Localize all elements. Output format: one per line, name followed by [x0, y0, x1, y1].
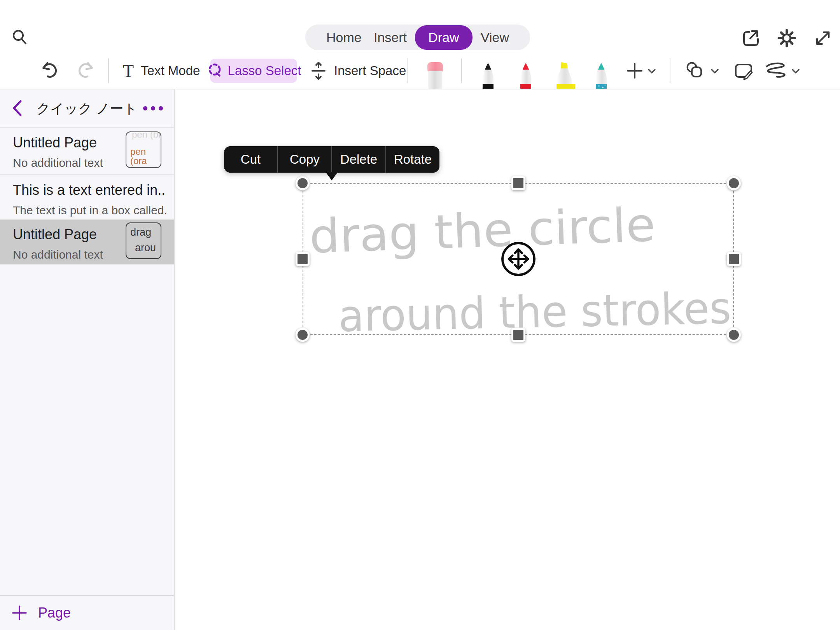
note-pencil-icon: [733, 60, 754, 82]
ink-effects-button[interactable]: [764, 61, 787, 80]
gear-icon: [776, 27, 798, 49]
search-icon: [9, 27, 30, 47]
add-pen-button[interactable]: [625, 61, 645, 81]
chevron-down-icon: [791, 68, 800, 74]
lasso-select-label: Lasso Select: [228, 63, 301, 78]
tab-home[interactable]: Home: [322, 25, 366, 50]
page-subtitle: The text is put in a box called...: [13, 204, 166, 217]
selection-handle-left[interactable]: [296, 252, 310, 266]
context-menu-copy[interactable]: Copy: [278, 146, 331, 173]
page-title: Untitled Page: [13, 135, 122, 151]
expand-icon: [812, 27, 834, 49]
redo-icon: [75, 60, 96, 81]
row-separator: [0, 174, 174, 175]
tab-view[interactable]: View: [477, 25, 513, 50]
context-menu-rotate[interactable]: Rotate: [386, 146, 439, 173]
text-mode-label: Text Mode: [141, 63, 200, 78]
ink-effects-menu-button[interactable]: [790, 67, 801, 75]
add-page-button[interactable]: Page: [0, 595, 174, 630]
context-menu-delete[interactable]: Delete: [332, 146, 385, 173]
yellow-highlighter-tool[interactable]: [552, 61, 576, 89]
chevron-down-icon: [647, 68, 656, 74]
red-pen-icon: [514, 62, 537, 89]
context-menu-cut[interactable]: Cut: [224, 146, 277, 173]
fullscreen-button[interactable]: [812, 27, 834, 49]
toolbar-divider: [108, 58, 109, 83]
tab-insert[interactable]: Insert: [370, 25, 411, 50]
tab-draw[interactable]: Draw: [415, 25, 472, 50]
redo-button[interactable]: [75, 60, 96, 82]
thumbnail-ink-line: pen (bl: [132, 131, 160, 139]
ellipsis-icon: [143, 106, 163, 110]
page-list-item-selected[interactable]: Untitled Page No additional text drag ar…: [0, 220, 174, 264]
red-pen-tool[interactable]: [514, 62, 537, 89]
thumbnail-ink-line: drag: [130, 227, 151, 238]
shapes-icon: [684, 60, 706, 82]
share-button[interactable]: [740, 27, 762, 49]
lasso-icon: [206, 62, 224, 80]
selection-handle-top-left[interactable]: [296, 176, 310, 190]
context-menu-caret: [326, 172, 338, 180]
page-title: Untitled Page: [13, 226, 122, 243]
sidebar-header: クイック ノート: [0, 89, 174, 128]
add-page-label: Page: [38, 605, 71, 621]
onenote-app: Home Insert Draw View: [0, 0, 840, 630]
toolbar-divider: [670, 58, 670, 83]
yellow-highlighter-icon: [552, 61, 576, 89]
eraser-tool[interactable]: [425, 61, 446, 89]
page-subtitle: No additional text: [13, 248, 126, 261]
insert-space-label: Insert Space: [334, 63, 406, 78]
share-icon: [740, 27, 762, 49]
shapes-menu-button[interactable]: [709, 67, 720, 75]
page-title: This is a text entered in...: [13, 182, 166, 198]
add-icon: [625, 61, 644, 80]
settings-button[interactable]: [776, 27, 798, 49]
toolbar-divider: [461, 58, 462, 83]
page-thumbnail: drag arou: [126, 222, 161, 259]
thumbnail-ink-line: pen (ora: [130, 147, 161, 166]
chevron-down-icon: [710, 68, 719, 74]
note-canvas[interactable]: drag the circle around the strokes Cut C…: [175, 89, 840, 630]
ink-to-text-button[interactable]: [733, 60, 754, 82]
insert-space-button[interactable]: Insert Space: [309, 58, 406, 83]
undo-icon: [39, 60, 60, 81]
teal-pen-tool[interactable]: [590, 62, 613, 89]
eraser-icon: [425, 61, 446, 89]
selection-handle-bottom-right[interactable]: [727, 328, 741, 342]
selection-handle-top[interactable]: [511, 176, 525, 190]
section-more-button[interactable]: [142, 103, 164, 114]
undo-button[interactable]: [39, 60, 61, 82]
page-list-item[interactable]: Untitled Page No additional text pen (bl…: [0, 128, 174, 173]
selection-handle-bottom[interactable]: [511, 328, 525, 342]
move-selection-button[interactable]: [501, 242, 536, 276]
page-list-sidebar: クイック ノート Untitled Page No additional tex…: [0, 89, 175, 630]
lasso-select-button[interactable]: Lasso Select: [210, 59, 297, 83]
search-button[interactable]: [9, 27, 30, 47]
selection-handle-top-right[interactable]: [727, 176, 741, 190]
move-icon: [506, 247, 531, 271]
selection-handle-bottom-left[interactable]: [296, 328, 310, 342]
black-pen-icon: [476, 62, 500, 89]
selection-context-menu: Cut Copy Delete Rotate: [224, 146, 439, 173]
shapes-button[interactable]: [684, 60, 706, 82]
teal-pen-icon: [590, 62, 613, 89]
insert-space-icon: [309, 60, 328, 81]
text-mode-button[interactable]: T Text Mode: [123, 58, 200, 83]
text-mode-icon: T: [123, 61, 134, 81]
ink-scribble-icon: [764, 62, 787, 80]
ribbon-tab-bar: Home Insert Draw View: [305, 24, 530, 50]
page-thumbnail: pen (bl pen (ora: [126, 131, 161, 168]
row-separator: [0, 219, 174, 220]
page-subtitle: No additional text: [13, 156, 126, 170]
add-pen-menu-button[interactable]: [646, 67, 657, 75]
plus-icon: [11, 604, 28, 621]
top-toolbar-area: Home Insert Draw View: [0, 0, 840, 89]
selection-handle-right[interactable]: [727, 252, 741, 266]
page-list-item[interactable]: This is a text entered in... The text is…: [0, 176, 174, 219]
thumbnail-ink-line: arou: [135, 243, 156, 253]
black-pen-tool[interactable]: [476, 62, 500, 89]
toolbar-divider: [407, 58, 408, 83]
